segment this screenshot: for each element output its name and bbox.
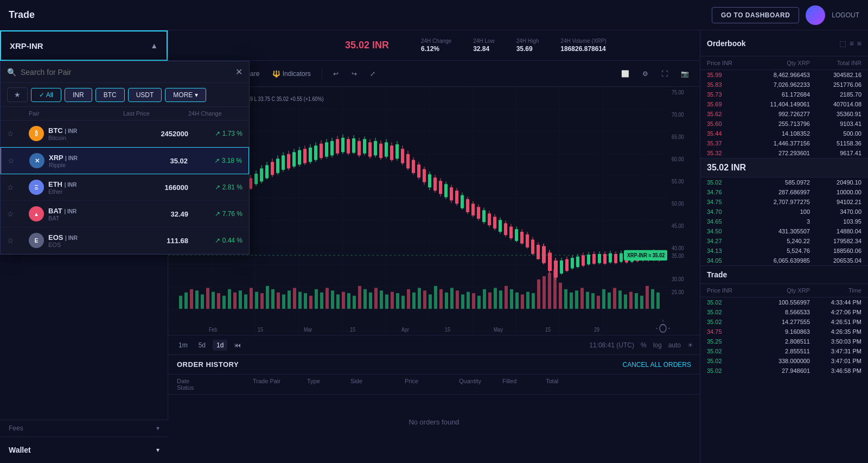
svg-rect-253 — [620, 253, 623, 262]
star-icon[interactable]: ☆ — [8, 156, 29, 165]
svg-rect-27 — [320, 293, 323, 309]
trade-header: Trade — [700, 266, 868, 284]
chart-view-button[interactable]: ⬜ — [617, 68, 634, 80]
right-panel: Orderbook ⬚ ≡ ≡ Price INR Qty XRP Total … — [700, 30, 868, 463]
trade-row[interactable]: 35.25 2.808511 3:50:03 PM — [700, 337, 868, 346]
sell-price: 35.44 — [707, 130, 758, 137]
trade-row[interactable]: 35.02 27.948601 3:46:58 PM — [700, 366, 868, 376]
sell-price: 35.37 — [707, 140, 758, 147]
favorites-filter-button[interactable]: ★ — [7, 87, 28, 102]
buy-order-row[interactable]: 34.05 6,065.639985 206535.04 — [700, 256, 868, 265]
pair-row[interactable]: ☆ Ξ ETH | INR Ether 166000 ↗ 2.81 % — [1, 174, 249, 201]
logout-btn[interactable]: LOGOUT — [832, 11, 859, 19]
redo-button[interactable]: ↪ — [347, 68, 361, 80]
trade-row[interactable]: 35.02 100.556997 4:33:44 PM — [700, 297, 868, 307]
pair-row[interactable]: ☆ ▲ BAT | INR BAT 32.49 ↗ 7.76 % — [1, 201, 249, 227]
sell-total: 407014.08 — [810, 101, 861, 107]
1m-button[interactable]: 1m — [175, 340, 192, 351]
svg-rect-48 — [434, 286, 437, 309]
buy-qty: 585.0972 — [758, 179, 810, 186]
buy-order-row[interactable]: 34.13 5,524.76 188560.06 — [700, 246, 868, 256]
sun-icon[interactable]: ☀ — [687, 341, 693, 349]
snapshot-button[interactable]: 📷 — [676, 68, 693, 80]
orderbook-view-icon-2[interactable]: ≡ — [850, 39, 854, 48]
sell-order-row[interactable]: 35.69 11,404.149061 407014.08 — [700, 99, 868, 109]
sell-order-row[interactable]: 35.32 272.293601 9617.41 — [700, 148, 868, 158]
buy-order-row[interactable]: 35.02 585.0972 20490.10 — [700, 177, 868, 187]
svg-rect-195 — [461, 195, 464, 208]
trade-row[interactable]: 35.02 2.855511 3:47:31 PM — [700, 346, 868, 356]
pair-row[interactable]: ☆ ₿ BTC | INR Bitcoin 2452000 ↗ 1.73 % — [1, 120, 249, 147]
sell-order-row[interactable]: 35.99 8,462.966453 304582.16 — [700, 70, 868, 80]
sell-order-row[interactable]: 35.62 992.726277 35360.91 — [700, 109, 868, 119]
dashboard-button[interactable]: GO TO DASHBOARD — [712, 7, 799, 23]
expand-button[interactable]: ⛶ — [657, 68, 672, 80]
svg-rect-37 — [374, 288, 378, 308]
fees-chevron: ▾ — [156, 424, 159, 432]
star-icon[interactable]: ☆ — [7, 210, 29, 218]
wallet-header[interactable]: Wallet ▾ — [0, 437, 168, 463]
trade-row[interactable]: 34.75 9.160863 4:26:35 PM — [700, 327, 868, 337]
pair-selector[interactable]: XRP-INR ▲ — [0, 30, 168, 61]
price-col: Price INR — [707, 60, 758, 66]
sell-order-row[interactable]: 35.73 61.172684 2185.70 — [700, 90, 868, 99]
pair-price: 111.68 — [123, 237, 188, 245]
pair-row[interactable]: ☆ ✕ XRP | INR Ripple 35.02 ↗ 3.18 % — [1, 147, 249, 174]
pair-row[interactable]: ☆ E EOS | INR EOS 111.68 ↗ 0.44 % — [1, 227, 249, 254]
buy-order-row[interactable]: 34.27 5,240.22 179582.34 — [700, 236, 868, 246]
usdt-filter-button[interactable]: USDT — [128, 88, 162, 102]
inr-filter-button[interactable]: INR — [65, 88, 92, 102]
star-icon[interactable]: ☆ — [7, 183, 29, 192]
star-icon[interactable]: ☆ — [7, 236, 29, 245]
avatar[interactable] — [806, 5, 825, 25]
sell-order-row[interactable]: 35.44 14.108352 500.00 — [700, 129, 868, 138]
all-filter-button[interactable]: ✓ All — [31, 88, 61, 102]
btc-icon: ₿ — [29, 126, 44, 141]
orderbook-view-icon-1[interactable]: ⬚ — [839, 39, 846, 48]
5d-button[interactable]: 5d — [195, 340, 209, 351]
auto-button[interactable]: auto — [668, 341, 681, 349]
close-button[interactable]: ✕ — [235, 67, 242, 77]
orderbook-col-header: Price INR Qty XRP Total INR — [700, 56, 868, 70]
buy-total: 188560.06 — [810, 248, 861, 254]
log-button[interactable]: log — [653, 341, 662, 349]
buy-order-row[interactable]: 34.50 431.305507 14880.04 — [700, 226, 868, 236]
search-input[interactable] — [21, 68, 231, 77]
trade-row[interactable]: 35.02 338.000000 3:47:01 PM — [700, 356, 868, 366]
buy-order-row[interactable]: 34.65 3 103.95 — [700, 217, 868, 226]
svg-rect-215 — [515, 229, 518, 241]
replay-button[interactable]: ⏮ — [231, 340, 245, 351]
sell-order-row[interactable]: 35.37 1,446.377156 51158.36 — [700, 138, 868, 148]
chart-time: 11:08:41 (UTC) — [589, 341, 634, 349]
star-icon[interactable]: ☆ — [7, 129, 29, 138]
more-filter-button[interactable]: MORE ▾ — [165, 88, 206, 102]
cancel-all-orders-button[interactable]: CANCEL ALL ORDERS — [623, 361, 692, 369]
svg-rect-5 — [201, 294, 204, 308]
trade-row[interactable]: 35.02 8.566533 4:27:06 PM — [700, 307, 868, 317]
undo-button[interactable]: ↩ — [329, 68, 343, 80]
orderbook-view-icon-3[interactable]: ≡ — [857, 39, 861, 48]
sell-order-row[interactable]: 35.60 255.713796 9103.41 — [700, 119, 868, 129]
trade-row[interactable]: 35.02 14.277555 4:26:51 PM — [700, 317, 868, 327]
orderbook-icons: ⬚ ≡ ≡ — [839, 39, 861, 48]
svg-rect-86 — [640, 296, 643, 309]
fullscreen-button[interactable]: ⤢ — [366, 68, 380, 80]
btc-filter-button[interactable]: BTC — [95, 88, 125, 102]
1d-button[interactable]: 1d — [213, 340, 227, 351]
buy-order-row[interactable]: 34.76 287.686997 10000.00 — [700, 187, 868, 197]
no-orders-message: No orders found — [168, 395, 700, 449]
fees-header[interactable]: Fees ▾ — [9, 424, 159, 432]
trade-qty: 100.556997 — [758, 299, 810, 306]
buy-total: 206535.04 — [810, 257, 861, 264]
pair-change: ↗ 1.73 % — [188, 130, 242, 137]
buy-order-row[interactable]: 34.75 2,707.977275 94102.21 — [700, 197, 868, 207]
svg-rect-3 — [190, 289, 193, 309]
buy-order-row[interactable]: 34.70 100 3470.00 — [700, 207, 868, 217]
svg-rect-22 — [293, 288, 296, 308]
indicators-button[interactable]: 🔱 Indicators — [268, 68, 315, 80]
buy-qty: 6,065.639985 — [758, 257, 810, 264]
percent-button[interactable]: % — [641, 341, 647, 349]
settings-button[interactable]: ⚙ — [638, 68, 653, 80]
sell-order-row[interactable]: 35.83 7,026.962233 251776.06 — [700, 80, 868, 90]
pair-price: 2452000 — [123, 130, 188, 138]
